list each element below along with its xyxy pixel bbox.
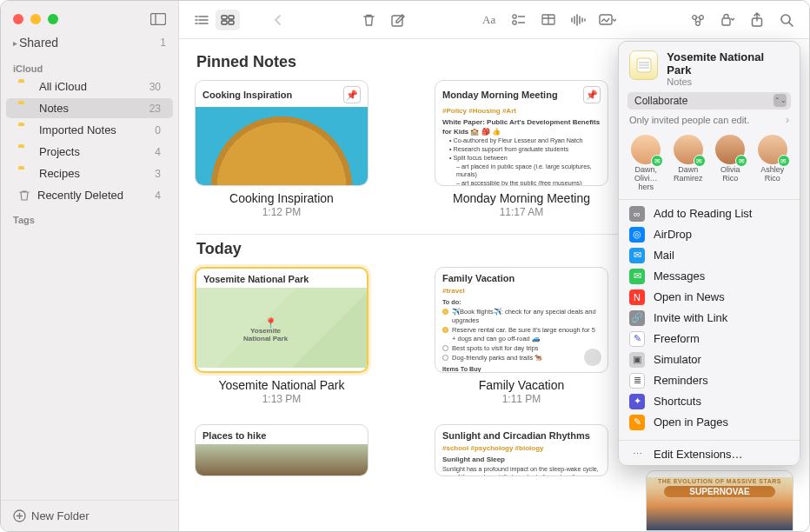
- note-time: 1:11 PM: [435, 393, 608, 405]
- link-button[interactable]: [686, 10, 710, 30]
- format-button[interactable]: Aa: [477, 10, 501, 30]
- share-contact[interactable]: ✉Olivia Rico: [712, 135, 749, 192]
- search-button[interactable]: [774, 10, 799, 30]
- note-tags: #school #psychology #biology: [442, 444, 601, 454]
- toggle-sidebar-icon[interactable]: [150, 13, 166, 25]
- messages-badge-icon: ✉: [778, 155, 790, 167]
- note-time: 1:13 PM: [195, 393, 368, 405]
- action-label: Open in News: [654, 290, 725, 303]
- edit-extensions-button[interactable]: ⋯ Edit Extensions…: [619, 444, 800, 465]
- share-button[interactable]: [745, 10, 769, 30]
- note-line: • Split focus between: [449, 154, 601, 163]
- sidebar-item-label: Notes: [39, 102, 69, 115]
- sidebar-item-imported[interactable]: Imported Notes 0: [6, 120, 173, 140]
- share-action[interactable]: ✦Shortcuts: [619, 391, 800, 412]
- share-title: Yosemite National Park: [667, 50, 789, 76]
- share-action[interactable]: ∞Add to Reading List: [619, 203, 800, 224]
- media-button[interactable]: [595, 10, 620, 30]
- share-contact[interactable]: ✉Dawn Ramirez: [670, 135, 707, 192]
- delete-button[interactable]: [356, 10, 381, 30]
- messages-badge-icon: ✉: [651, 155, 663, 167]
- svg-rect-11: [600, 15, 612, 24]
- sidebar-item-notes[interactable]: Notes 23: [6, 98, 173, 118]
- note-line: Dog-friendly parks and trails 🐕‍🦺: [452, 354, 542, 362]
- share-action[interactable]: 🔗Invite with Link: [619, 308, 800, 329]
- pin-icon[interactable]: 📌: [583, 86, 601, 103]
- share-contact[interactable]: ✉Ashley Rico: [754, 135, 792, 192]
- note-line: • Research support from graduate student…: [449, 145, 601, 154]
- note-card-supernovae[interactable]: THE EVOLUTION OF MASSIVE STARS SUPERNOVA…: [646, 470, 793, 531]
- gallery-view-button[interactable]: [216, 10, 240, 30]
- map-label: Yosemite National Park: [243, 328, 288, 343]
- sidebar-item-count: 30: [149, 81, 161, 93]
- sidebar-item-label: Recipes: [39, 167, 80, 180]
- note-card-meeting[interactable]: Monday Morning Meeting 📌 #Policy #Housin…: [435, 80, 608, 218]
- note-card-yosemite[interactable]: Yosemite National Park 📍 Yosemite Nation…: [195, 267, 368, 405]
- sidebar-item-all-icloud[interactable]: All iCloud 30: [6, 76, 173, 96]
- collaborator-avatar: [583, 348, 602, 367]
- note-line: – art accessible by the public (free mus…: [456, 179, 601, 186]
- zoom-window-button[interactable]: [48, 14, 58, 24]
- svg-point-9: [512, 20, 515, 23]
- sidebar-item-label: Imported Notes: [39, 123, 116, 136]
- sidebar-item-projects[interactable]: Projects 4: [6, 142, 173, 162]
- share-permissions-label: Only invited people can edit.: [629, 115, 749, 125]
- share-action[interactable]: NOpen in News: [619, 287, 800, 308]
- contact-name: Dawn Ramirez: [670, 166, 707, 183]
- action-icon: N: [629, 289, 645, 305]
- sidebar-item-count: 23: [149, 103, 161, 115]
- note-card-hike[interactable]: Places to hike: [195, 424, 368, 476]
- new-folder-button[interactable]: New Folder: [1, 500, 178, 531]
- list-view-button[interactable]: [189, 10, 214, 30]
- contact-name: Dawn, Olivi…hers: [627, 166, 665, 192]
- lock-button[interactable]: [715, 10, 740, 30]
- audio-button[interactable]: [566, 10, 590, 30]
- note-line: Best spots to visit for day trips: [452, 344, 539, 353]
- share-permissions-row[interactable]: Only invited people can edit. ›: [619, 110, 800, 133]
- new-note-button[interactable]: [386, 10, 410, 30]
- share-mode-select[interactable]: Collaborate ⌃⌄: [627, 92, 791, 110]
- back-button[interactable]: [266, 10, 290, 30]
- share-action[interactable]: ≣Reminders: [619, 370, 800, 391]
- share-action[interactable]: ◎AirDrop: [619, 224, 800, 245]
- note-card-cooking[interactable]: Cooking Inspiration 📌 Cooking Inspiratio…: [195, 80, 368, 218]
- note-title: Family Vacation: [442, 273, 515, 283]
- notes-window: ▸ Shared 1 iCloud All iCloud 30 Notes 23…: [0, 0, 810, 532]
- svg-rect-4: [229, 16, 234, 19]
- action-icon: 🔗: [629, 310, 645, 326]
- checklist-button[interactable]: [507, 10, 531, 30]
- plus-circle-icon: [13, 509, 26, 522]
- share-contact[interactable]: ✉Dawn, Olivi…hers: [627, 135, 665, 192]
- share-action[interactable]: ✉Messages: [619, 266, 800, 287]
- share-action[interactable]: ✎Open in Pages: [619, 412, 800, 433]
- folder-icon: [18, 103, 32, 114]
- svg-rect-7: [392, 16, 402, 26]
- note-title: Places to hike: [202, 430, 266, 441]
- messages-badge-icon: ✉: [694, 155, 706, 167]
- note-card-sunlight[interactable]: Sunlight and Circadian Rhythms #school #…: [435, 424, 608, 476]
- share-mode-label: Collaborate: [634, 95, 687, 107]
- pin-icon[interactable]: 📌: [343, 86, 361, 103]
- share-action[interactable]: ✉Mail: [619, 245, 800, 266]
- share-action[interactable]: ✎Freeform: [619, 329, 800, 349]
- trash-icon: [18, 190, 30, 202]
- action-label: Add to Reading List: [654, 207, 752, 220]
- action-label: Edit Extensions…: [654, 448, 743, 461]
- sidebar-item-recently-deleted[interactable]: Recently Deleted 4: [6, 185, 173, 205]
- contact-name: Ashley Rico: [754, 166, 792, 183]
- shared-section[interactable]: ▸ Shared 1: [1, 30, 178, 55]
- note-caption: Yosemite National Park: [195, 378, 368, 392]
- chevron-right-icon: ›: [786, 114, 789, 126]
- close-window-button[interactable]: [13, 14, 23, 24]
- sidebar-item-label: All iCloud: [39, 80, 87, 93]
- sidebar-item-recipes[interactable]: Recipes 3: [6, 163, 173, 183]
- note-card-vacation[interactable]: Family Vacation #travel To do: ✈️Book fl…: [435, 267, 608, 405]
- svg-rect-15: [722, 18, 730, 25]
- note-time: 1:12 PM: [195, 206, 368, 218]
- share-action[interactable]: ▣Simulator: [619, 349, 800, 370]
- minimize-window-button[interactable]: [30, 14, 41, 24]
- note-line: • Co-authored by Fleur Lesseur and Ryan …: [449, 136, 601, 145]
- window-controls: [1, 1, 178, 30]
- table-button[interactable]: [536, 10, 561, 30]
- note-title: Yosemite National Park: [203, 274, 309, 284]
